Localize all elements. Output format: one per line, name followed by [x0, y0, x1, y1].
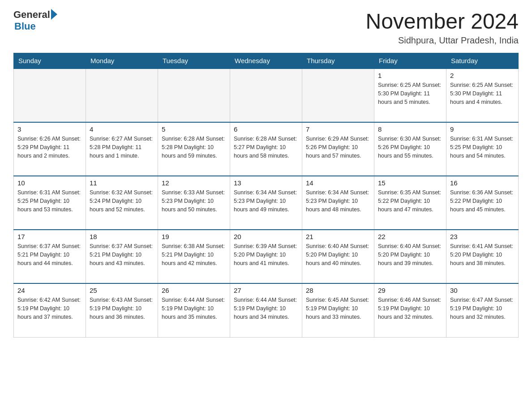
- day-number: 18: [90, 233, 154, 240]
- logo-blue-text: Blue: [14, 21, 57, 32]
- day-info: Sunrise: 6:33 AM Sunset: 5:23 PM Dayligh…: [162, 188, 226, 214]
- calendar-cell: 14Sunrise: 6:34 AM Sunset: 5:23 PM Dayli…: [302, 176, 374, 230]
- calendar-cell: 23Sunrise: 6:41 AM Sunset: 5:20 PM Dayli…: [446, 230, 519, 283]
- day-number: 19: [162, 233, 226, 240]
- day-info: Sunrise: 6:29 AM Sunset: 5:26 PM Dayligh…: [306, 135, 370, 160]
- day-info: Sunrise: 6:45 AM Sunset: 5:19 PM Dayligh…: [306, 296, 370, 321]
- weekday-header-row: SundayMondayTuesdayWednesdayThursdayFrid…: [14, 53, 519, 69]
- day-number: 2: [450, 72, 515, 79]
- day-number: 8: [378, 125, 442, 133]
- day-info: Sunrise: 6:39 AM Sunset: 5:20 PM Dayligh…: [234, 242, 298, 267]
- day-number: 20: [234, 233, 298, 240]
- calendar-cell: 20Sunrise: 6:39 AM Sunset: 5:20 PM Dayli…: [230, 230, 302, 283]
- day-info: Sunrise: 6:38 AM Sunset: 5:21 PM Dayligh…: [162, 242, 226, 267]
- logo-general-text: General: [13, 9, 50, 21]
- calendar-cell: 26Sunrise: 6:44 AM Sunset: 5:19 PM Dayli…: [158, 283, 230, 337]
- day-number: 30: [450, 287, 515, 294]
- day-info: Sunrise: 6:37 AM Sunset: 5:21 PM Dayligh…: [90, 242, 154, 267]
- calendar-row-4: 24Sunrise: 6:42 AM Sunset: 5:19 PM Dayli…: [14, 283, 519, 337]
- day-number: 25: [90, 287, 154, 294]
- day-info: Sunrise: 6:31 AM Sunset: 5:25 PM Dayligh…: [17, 188, 82, 214]
- calendar-cell: 9Sunrise: 6:31 AM Sunset: 5:25 PM Daylig…: [446, 122, 519, 176]
- calendar-cell: [302, 68, 374, 122]
- header: General Blue November 2024 Sidhpura, Utt…: [13, 9, 519, 46]
- logo: General Blue: [13, 9, 57, 32]
- day-number: 1: [378, 72, 442, 79]
- weekday-header-saturday: Saturday: [446, 53, 519, 69]
- logo-arrow-icon: [51, 9, 57, 20]
- day-number: 3: [17, 125, 82, 133]
- calendar-cell: 2Sunrise: 6:25 AM Sunset: 5:30 PM Daylig…: [446, 68, 519, 122]
- calendar-row-0: 1Sunrise: 6:25 AM Sunset: 5:30 PM Daylig…: [14, 68, 519, 122]
- calendar-cell: [230, 68, 302, 122]
- day-info: Sunrise: 6:41 AM Sunset: 5:20 PM Dayligh…: [450, 242, 515, 267]
- location-text: Sidhpura, Uttar Pradesh, India: [365, 35, 519, 46]
- day-info: Sunrise: 6:34 AM Sunset: 5:23 PM Dayligh…: [306, 188, 370, 214]
- day-info: Sunrise: 6:44 AM Sunset: 5:19 PM Dayligh…: [234, 296, 298, 321]
- calendar-cell: 6Sunrise: 6:28 AM Sunset: 5:27 PM Daylig…: [230, 122, 302, 176]
- day-info: Sunrise: 6:25 AM Sunset: 5:30 PM Dayligh…: [450, 81, 515, 106]
- day-info: Sunrise: 6:31 AM Sunset: 5:25 PM Dayligh…: [450, 135, 515, 160]
- day-info: Sunrise: 6:47 AM Sunset: 5:19 PM Dayligh…: [450, 296, 515, 321]
- day-number: 10: [17, 179, 82, 187]
- calendar-cell: 10Sunrise: 6:31 AM Sunset: 5:25 PM Dayli…: [14, 176, 86, 230]
- calendar-cell: 3Sunrise: 6:26 AM Sunset: 5:29 PM Daylig…: [14, 122, 86, 176]
- day-number: 9: [450, 125, 515, 133]
- calendar-cell: 27Sunrise: 6:44 AM Sunset: 5:19 PM Dayli…: [230, 283, 302, 337]
- calendar-cell: 22Sunrise: 6:40 AM Sunset: 5:20 PM Dayli…: [374, 230, 446, 283]
- day-number: 15: [378, 179, 442, 187]
- calendar-cell: 24Sunrise: 6:42 AM Sunset: 5:19 PM Dayli…: [14, 283, 86, 337]
- day-number: 13: [234, 179, 298, 187]
- day-number: 21: [306, 233, 370, 240]
- day-number: 29: [378, 287, 442, 294]
- day-number: 11: [90, 179, 154, 187]
- calendar-cell: 28Sunrise: 6:45 AM Sunset: 5:19 PM Dayli…: [302, 283, 374, 337]
- day-info: Sunrise: 6:40 AM Sunset: 5:20 PM Dayligh…: [306, 242, 370, 267]
- day-info: Sunrise: 6:40 AM Sunset: 5:20 PM Dayligh…: [378, 242, 442, 267]
- day-number: 24: [17, 287, 82, 294]
- day-number: 28: [306, 287, 370, 294]
- weekday-header-thursday: Thursday: [302, 53, 374, 69]
- day-number: 26: [162, 287, 226, 294]
- calendar-cell: 25Sunrise: 6:43 AM Sunset: 5:19 PM Dayli…: [86, 283, 158, 337]
- calendar-cell: 7Sunrise: 6:29 AM Sunset: 5:26 PM Daylig…: [302, 122, 374, 176]
- day-number: 23: [450, 233, 515, 240]
- day-number: 6: [234, 125, 298, 133]
- calendar-cell: 30Sunrise: 6:47 AM Sunset: 5:19 PM Dayli…: [446, 283, 519, 337]
- day-info: Sunrise: 6:35 AM Sunset: 5:22 PM Dayligh…: [378, 188, 442, 214]
- day-number: 4: [90, 125, 154, 133]
- day-number: 7: [306, 125, 370, 133]
- day-number: 16: [450, 179, 515, 187]
- calendar-cell: 29Sunrise: 6:46 AM Sunset: 5:19 PM Dayli…: [374, 283, 446, 337]
- day-info: Sunrise: 6:25 AM Sunset: 5:30 PM Dayligh…: [378, 81, 442, 106]
- calendar-cell: 12Sunrise: 6:33 AM Sunset: 5:23 PM Dayli…: [158, 176, 230, 230]
- weekday-header-tuesday: Tuesday: [158, 53, 230, 69]
- day-info: Sunrise: 6:43 AM Sunset: 5:19 PM Dayligh…: [90, 296, 154, 321]
- calendar-cell: 15Sunrise: 6:35 AM Sunset: 5:22 PM Dayli…: [374, 176, 446, 230]
- day-number: 22: [378, 233, 442, 240]
- calendar-cell: 5Sunrise: 6:28 AM Sunset: 5:28 PM Daylig…: [158, 122, 230, 176]
- day-info: Sunrise: 6:27 AM Sunset: 5:28 PM Dayligh…: [90, 135, 154, 160]
- calendar-cell: [158, 68, 230, 122]
- day-info: Sunrise: 6:32 AM Sunset: 5:24 PM Dayligh…: [90, 188, 154, 214]
- calendar-cell: 8Sunrise: 6:30 AM Sunset: 5:26 PM Daylig…: [374, 122, 446, 176]
- calendar-cell: 18Sunrise: 6:37 AM Sunset: 5:21 PM Dayli…: [86, 230, 158, 283]
- calendar-cell: 1Sunrise: 6:25 AM Sunset: 5:30 PM Daylig…: [374, 68, 446, 122]
- calendar-cell: [14, 68, 86, 122]
- day-info: Sunrise: 6:36 AM Sunset: 5:22 PM Dayligh…: [450, 188, 515, 214]
- weekday-header-monday: Monday: [86, 53, 158, 69]
- day-number: 14: [306, 179, 370, 187]
- day-info: Sunrise: 6:46 AM Sunset: 5:19 PM Dayligh…: [378, 296, 442, 321]
- day-info: Sunrise: 6:42 AM Sunset: 5:19 PM Dayligh…: [17, 296, 82, 321]
- calendar-cell: 16Sunrise: 6:36 AM Sunset: 5:22 PM Dayli…: [446, 176, 519, 230]
- calendar-row-3: 17Sunrise: 6:37 AM Sunset: 5:21 PM Dayli…: [14, 230, 519, 283]
- calendar-cell: 21Sunrise: 6:40 AM Sunset: 5:20 PM Dayli…: [302, 230, 374, 283]
- calendar-cell: 17Sunrise: 6:37 AM Sunset: 5:21 PM Dayli…: [14, 230, 86, 283]
- calendar-cell: 4Sunrise: 6:27 AM Sunset: 5:28 PM Daylig…: [86, 122, 158, 176]
- calendar-cell: 11Sunrise: 6:32 AM Sunset: 5:24 PM Dayli…: [86, 176, 158, 230]
- calendar-table: SundayMondayTuesdayWednesdayThursdayFrid…: [13, 53, 519, 338]
- weekday-header-wednesday: Wednesday: [230, 53, 302, 69]
- weekday-header-sunday: Sunday: [14, 53, 86, 69]
- day-info: Sunrise: 6:37 AM Sunset: 5:21 PM Dayligh…: [17, 242, 82, 267]
- calendar-cell: 13Sunrise: 6:34 AM Sunset: 5:23 PM Dayli…: [230, 176, 302, 230]
